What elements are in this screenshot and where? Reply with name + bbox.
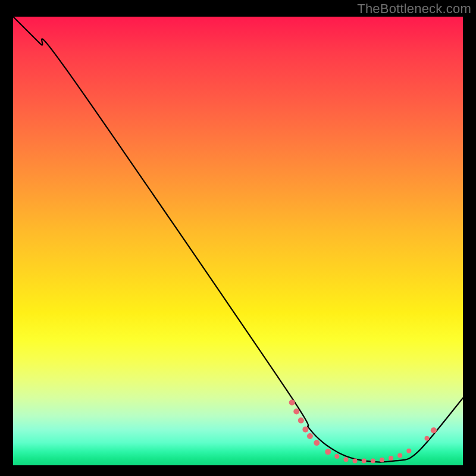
curve-marker xyxy=(302,427,308,433)
curve-marker xyxy=(289,399,295,405)
curve-marker xyxy=(325,449,331,455)
curve-marker xyxy=(298,418,304,424)
curve-marker xyxy=(353,458,358,463)
curve-marker xyxy=(425,436,430,441)
curve-marker xyxy=(362,458,367,463)
curve-marker xyxy=(406,449,411,453)
curve-marker xyxy=(307,433,313,439)
curve-marker xyxy=(389,456,393,461)
watermark-text: TheBottleneck.com xyxy=(357,1,471,17)
curve-marker xyxy=(314,440,320,446)
curve-marker xyxy=(431,427,437,433)
curve-marker xyxy=(371,458,375,463)
plot-area xyxy=(13,17,463,465)
curve-marker xyxy=(334,454,339,459)
curve-marker xyxy=(293,409,299,415)
curve-marker xyxy=(380,458,384,462)
chart-frame: TheBottleneck.com xyxy=(0,0,476,476)
bottleneck-curve xyxy=(13,17,463,462)
curve-layer xyxy=(13,17,463,465)
curve-marker xyxy=(397,453,402,458)
curve-marker xyxy=(343,457,348,462)
